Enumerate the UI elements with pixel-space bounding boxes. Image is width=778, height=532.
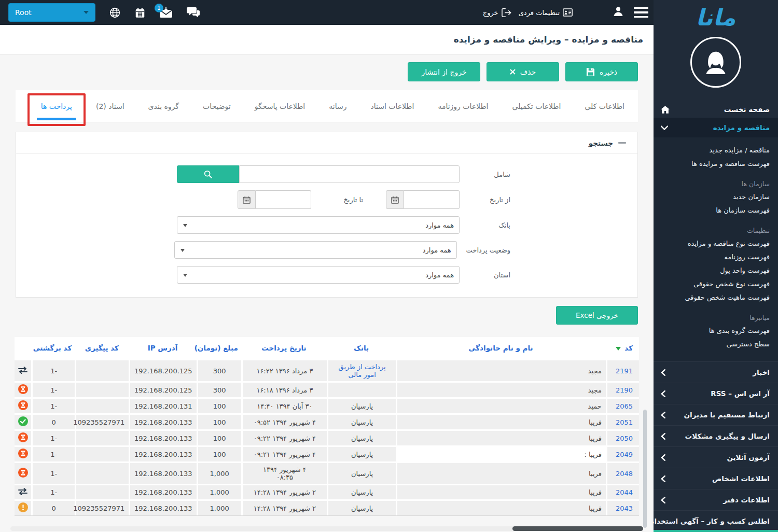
payment-code-link[interactable]: 2191 (606, 359, 639, 381)
search-button[interactable] (177, 165, 239, 183)
submenu-item[interactable]: فهرست نوع مناقصه و مزایده (659, 237, 770, 250)
submenu-item[interactable]: فهرست ماهیت شخص حقوقی (659, 291, 770, 304)
sidebar-item[interactable]: اطلاعات اشخاص (654, 468, 778, 489)
sidebar-item-tenders[interactable]: مناقصه و مزایده (654, 118, 778, 137)
search-panel: جستجو شامل از تاریخ (16, 132, 638, 298)
user-profile-icon[interactable] (613, 6, 623, 19)
column-header-6[interactable]: آدرس IP (129, 337, 196, 359)
excel-export-button[interactable]: خروجی Excel (556, 306, 638, 325)
globe-icon[interactable] (109, 7, 121, 19)
name-cell: مجید (396, 359, 606, 381)
warning-exclamation-icon[interactable] (15, 499, 31, 515)
chat-icon[interactable] (186, 7, 200, 18)
tab-9[interactable]: اسناد (2) (96, 102, 124, 110)
tab-10[interactable]: پرداخت ها (41, 102, 72, 110)
pending-hourglass-icon[interactable] (15, 429, 31, 445)
bank-link[interactable]: پرداخت از طریق امور مالی (339, 363, 386, 379)
tab-label: رسانه (329, 102, 346, 110)
personal-settings-link[interactable]: تنظیمات فردی (519, 8, 573, 17)
pending-hourglass-icon[interactable] (15, 445, 31, 461)
unpublish-label: خروج از انتشار (421, 68, 466, 76)
ip-address-cell: 192.168.200.133 (129, 445, 196, 461)
sidebar-item[interactable]: آر اس اس – RSS (654, 383, 778, 404)
payment-code-link[interactable]: 2049 (606, 445, 639, 461)
province-select[interactable]: همه موارد (177, 266, 460, 284)
name-cell[interactable]: فریبا : (396, 445, 606, 461)
submenu-item[interactable]: فهرست مناقصه و مزایده ها (659, 157, 770, 171)
payment-code-link[interactable]: 2043 (606, 499, 639, 515)
tracking-code-cell (75, 461, 129, 484)
column-header-7[interactable]: کد پیگیری (75, 337, 129, 359)
submenu-item[interactable]: فهرست سازمان ها (659, 204, 770, 217)
tab-8[interactable]: گروه بندی (148, 102, 179, 110)
tab-5[interactable]: رسانه (329, 102, 346, 110)
from-date-calendar-addon[interactable] (386, 190, 404, 209)
success-check-icon[interactable] (15, 413, 31, 429)
sidebar-item[interactable]: اطلاعات دفتر (654, 489, 778, 510)
sidebar-item[interactable]: ارسال و پیگیری مشکلات (654, 425, 778, 446)
submenu-item[interactable]: فهرست نوع شخص حقوقی (659, 277, 770, 291)
delete-button[interactable]: حذف (487, 62, 559, 81)
menu-toggle-icon[interactable] (634, 7, 648, 18)
sidebar-item[interactable]: ارتباط مستقیم با مدیران (654, 404, 778, 425)
vertical-scrollbar-thumb[interactable] (643, 410, 647, 528)
avatar[interactable] (690, 37, 741, 88)
payment-code-link[interactable]: 2051 (606, 413, 639, 429)
tab-6[interactable]: اطلاعات پاسخگو (255, 102, 305, 110)
bank-select[interactable]: همه موارد (177, 216, 460, 234)
transfer-arrows-icon[interactable] (15, 359, 31, 381)
tracking-code-cell: 109235527971 (75, 499, 129, 515)
sidebar-item-home[interactable]: صفحه نخست (654, 101, 778, 118)
column-header-8[interactable]: کد برگشتی (31, 337, 75, 359)
sidebar-item[interactable]: اخبار (654, 361, 778, 383)
sidebar-active-label: مناقصه و مزایده (713, 123, 770, 132)
from-date-input[interactable] (404, 190, 460, 209)
column-header-9[interactable] (15, 337, 31, 359)
save-button[interactable]: ذخیره (565, 62, 638, 81)
includes-input[interactable] (239, 165, 460, 183)
tab-1[interactable]: اطلاعات کلی (585, 102, 624, 110)
payment-code-link[interactable]: 2044 (606, 484, 639, 499)
save-label: ذخیره (600, 68, 617, 76)
tab-2[interactable]: اطلاعات تکمیلی (512, 102, 561, 110)
sidebar-item-label: آزمون آنلاین (727, 453, 770, 461)
payment-code-link[interactable]: 2048 (606, 461, 639, 484)
submenu-item[interactable]: سازمان جدید (659, 190, 770, 204)
column-header-3[interactable]: بانک (327, 337, 396, 359)
submenu-item[interactable]: سطح دسترسی (659, 338, 770, 351)
tab-7[interactable]: توضیحات (203, 102, 231, 110)
submenu-item[interactable]: فهرست روزنامه (659, 250, 770, 264)
to-date-calendar-addon[interactable] (238, 190, 256, 209)
payment-status-select[interactable]: همه موارد (174, 241, 457, 259)
column-header-2[interactable]: نام و نام خانوادگی (396, 337, 606, 359)
column-header-4[interactable]: تاریخ پرداخت (241, 337, 327, 359)
pending-hourglass-icon[interactable] (15, 397, 31, 413)
tab-label: پرداخت ها (41, 102, 72, 110)
sidebar-item[interactable]: اطلس کسب و کار – آگهی استخدام (654, 510, 778, 531)
bank-cell: پارسیان (327, 484, 396, 499)
payment-code-link[interactable]: 2065 (606, 397, 639, 413)
column-header-1[interactable]: کد (606, 337, 639, 359)
return-code-cell: -1 (31, 397, 75, 413)
bank-cell: پارسیان (327, 461, 396, 484)
column-header-5[interactable]: مبلغ (تومان) (197, 337, 241, 359)
tab-4[interactable]: اطلاعات اسناد (370, 102, 414, 110)
mail-icon[interactable]: 1 (159, 7, 173, 18)
calendar-icon[interactable] (134, 7, 146, 19)
submenu-item[interactable]: فهرست واحد پول (659, 264, 770, 277)
submenu-item[interactable]: فهرست گروه بندی ها (659, 324, 770, 338)
unpublish-button[interactable]: خروج از انتشار (408, 62, 480, 81)
horizontal-scrollbar-thumb[interactable] (512, 526, 643, 531)
tab-3[interactable]: اطلاعات روزنامه (438, 102, 488, 110)
payment-code-link[interactable]: 2190 (606, 381, 639, 397)
pending-hourglass-icon[interactable] (15, 381, 31, 397)
transfer-arrows-icon[interactable] (15, 484, 31, 499)
logout-link[interactable]: خروج (483, 8, 511, 17)
collapse-minus-icon[interactable] (618, 142, 626, 144)
pending-hourglass-icon[interactable] (15, 461, 31, 484)
to-date-input[interactable] (256, 190, 311, 209)
root-dropdown[interactable]: Root (8, 3, 95, 22)
payment-code-link[interactable]: 2050 (606, 429, 639, 445)
sidebar-item[interactable]: آزمون آنلاین (654, 446, 778, 468)
submenu-item[interactable]: مناقصه / مزایده جدید (659, 144, 770, 157)
